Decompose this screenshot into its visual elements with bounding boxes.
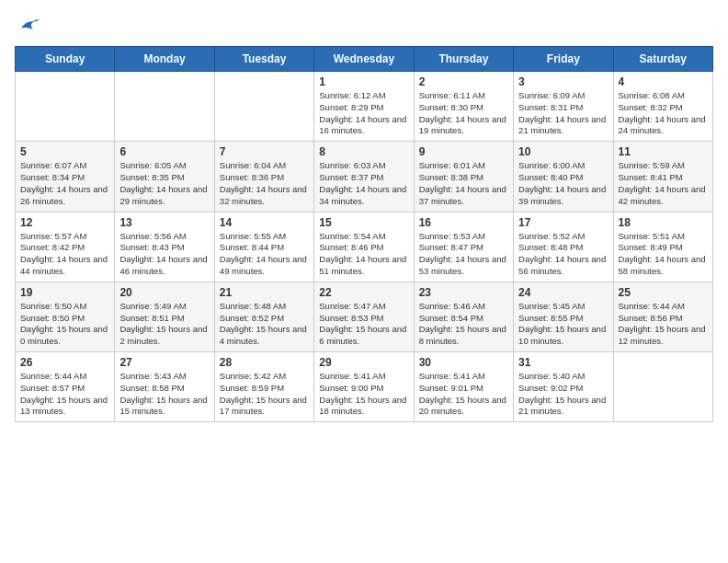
calendar-cell: 27Sunrise: 5:43 AMSunset: 8:58 PMDayligh… <box>115 352 214 422</box>
day-number: 30 <box>419 356 508 369</box>
day-number: 29 <box>319 356 408 369</box>
day-number: 11 <box>619 145 708 158</box>
calendar-cell: 21Sunrise: 5:48 AMSunset: 8:52 PMDayligh… <box>214 282 313 351</box>
day-number: 18 <box>619 216 708 229</box>
calendar-header-row: SundayMondayTuesdayWednesdayThursdayFrid… <box>16 47 713 72</box>
cell-content: Sunrise: 6:00 AMSunset: 8:40 PMDaylight:… <box>518 160 608 207</box>
day-number: 24 <box>518 286 608 299</box>
day-number: 5 <box>20 145 109 158</box>
cell-content: Sunrise: 5:45 AMSunset: 8:55 PMDaylight:… <box>518 301 608 348</box>
page-header <box>15 15 713 35</box>
calendar-cell: 5Sunrise: 6:07 AMSunset: 8:34 PMDaylight… <box>16 142 115 212</box>
calendar-cell: 29Sunrise: 5:41 AMSunset: 9:00 PMDayligh… <box>314 352 414 422</box>
calendar-cell: 25Sunrise: 5:44 AMSunset: 8:56 PMDayligh… <box>613 282 712 351</box>
cell-content: Sunrise: 5:44 AMSunset: 8:57 PMDaylight:… <box>20 371 109 418</box>
cell-content: Sunrise: 5:41 AMSunset: 9:00 PMDaylight:… <box>319 371 408 418</box>
day-number: 28 <box>220 356 309 369</box>
calendar-week-row: 26Sunrise: 5:44 AMSunset: 8:57 PMDayligh… <box>16 352 713 422</box>
day-number: 1 <box>319 75 408 88</box>
day-number: 8 <box>319 145 408 158</box>
header-friday: Friday <box>514 47 613 72</box>
day-number: 21 <box>220 286 309 299</box>
calendar-cell: 15Sunrise: 5:54 AMSunset: 8:46 PMDayligh… <box>314 212 414 282</box>
day-number: 14 <box>220 216 309 229</box>
cell-content: Sunrise: 5:40 AMSunset: 9:02 PMDaylight:… <box>518 371 608 418</box>
cell-content: Sunrise: 5:57 AMSunset: 8:42 PMDaylight:… <box>20 231 109 278</box>
calendar-table: SundayMondayTuesdayWednesdayThursdayFrid… <box>15 46 713 422</box>
cell-content: Sunrise: 6:03 AMSunset: 8:37 PMDaylight:… <box>319 160 408 207</box>
calendar-cell: 26Sunrise: 5:44 AMSunset: 8:57 PMDayligh… <box>16 352 115 422</box>
day-number: 4 <box>619 75 708 88</box>
day-number: 16 <box>419 216 508 229</box>
calendar-week-row: 12Sunrise: 5:57 AMSunset: 8:42 PMDayligh… <box>16 212 713 282</box>
calendar-week-row: 5Sunrise: 6:07 AMSunset: 8:34 PMDaylight… <box>16 142 713 212</box>
cell-content: Sunrise: 5:43 AMSunset: 8:58 PMDaylight:… <box>119 371 209 418</box>
cell-content: Sunrise: 6:12 AMSunset: 8:29 PMDaylight:… <box>319 90 408 137</box>
day-number: 13 <box>119 216 209 229</box>
cell-content: Sunrise: 5:53 AMSunset: 8:47 PMDaylight:… <box>419 231 508 278</box>
calendar-cell: 1Sunrise: 6:12 AMSunset: 8:29 PMDaylight… <box>314 72 414 142</box>
calendar-cell: 9Sunrise: 6:01 AMSunset: 8:38 PMDaylight… <box>414 142 513 212</box>
header-saturday: Saturday <box>613 47 712 72</box>
calendar-cell: 31Sunrise: 5:40 AMSunset: 9:02 PMDayligh… <box>514 352 613 422</box>
header-thursday: Thursday <box>414 47 513 72</box>
cell-content: Sunrise: 5:55 AMSunset: 8:44 PMDaylight:… <box>220 231 309 278</box>
calendar-cell: 10Sunrise: 6:00 AMSunset: 8:40 PMDayligh… <box>514 142 613 212</box>
header-monday: Monday <box>115 47 214 72</box>
calendar-week-row: 19Sunrise: 5:50 AMSunset: 8:50 PMDayligh… <box>16 282 713 351</box>
day-number: 25 <box>619 286 708 299</box>
header-wednesday: Wednesday <box>314 47 414 72</box>
calendar-cell: 23Sunrise: 5:46 AMSunset: 8:54 PMDayligh… <box>414 282 513 351</box>
cell-content: Sunrise: 5:48 AMSunset: 8:52 PMDaylight:… <box>220 301 309 348</box>
cell-content: Sunrise: 5:49 AMSunset: 8:51 PMDaylight:… <box>119 301 209 348</box>
cell-content: Sunrise: 5:50 AMSunset: 8:50 PMDaylight:… <box>20 301 109 348</box>
cell-content: Sunrise: 6:01 AMSunset: 8:38 PMDaylight:… <box>419 160 508 207</box>
cell-content: Sunrise: 6:04 AMSunset: 8:36 PMDaylight:… <box>220 160 309 207</box>
calendar-cell: 22Sunrise: 5:47 AMSunset: 8:53 PMDayligh… <box>314 282 414 351</box>
cell-content: Sunrise: 5:44 AMSunset: 8:56 PMDaylight:… <box>619 301 708 348</box>
header-sunday: Sunday <box>16 47 115 72</box>
calendar-cell: 14Sunrise: 5:55 AMSunset: 8:44 PMDayligh… <box>214 212 313 282</box>
day-number: 6 <box>119 145 209 158</box>
cell-content: Sunrise: 6:05 AMSunset: 8:35 PMDaylight:… <box>119 160 209 207</box>
cell-content: Sunrise: 5:47 AMSunset: 8:53 PMDaylight:… <box>319 301 408 348</box>
calendar-cell <box>115 72 214 142</box>
day-number: 7 <box>220 145 309 158</box>
day-number: 22 <box>319 286 408 299</box>
cell-content: Sunrise: 5:56 AMSunset: 8:43 PMDaylight:… <box>119 231 209 278</box>
day-number: 27 <box>119 356 209 369</box>
day-number: 15 <box>319 216 408 229</box>
day-number: 26 <box>20 356 109 369</box>
day-number: 23 <box>419 286 508 299</box>
calendar-cell: 24Sunrise: 5:45 AMSunset: 8:55 PMDayligh… <box>514 282 613 351</box>
calendar-cell: 13Sunrise: 5:56 AMSunset: 8:43 PMDayligh… <box>115 212 214 282</box>
calendar-cell: 19Sunrise: 5:50 AMSunset: 8:50 PMDayligh… <box>16 282 115 351</box>
calendar-cell: 20Sunrise: 5:49 AMSunset: 8:51 PMDayligh… <box>115 282 214 351</box>
day-number: 17 <box>518 216 608 229</box>
cell-content: Sunrise: 5:52 AMSunset: 8:48 PMDaylight:… <box>518 231 608 278</box>
calendar-cell: 28Sunrise: 5:42 AMSunset: 8:59 PMDayligh… <box>214 352 313 422</box>
day-number: 3 <box>518 75 608 88</box>
calendar-cell: 8Sunrise: 6:03 AMSunset: 8:37 PMDaylight… <box>314 142 414 212</box>
calendar-cell: 12Sunrise: 5:57 AMSunset: 8:42 PMDayligh… <box>16 212 115 282</box>
cell-content: Sunrise: 5:51 AMSunset: 8:49 PMDaylight:… <box>619 231 708 278</box>
calendar-cell: 30Sunrise: 5:41 AMSunset: 9:01 PMDayligh… <box>414 352 513 422</box>
calendar-cell: 2Sunrise: 6:11 AMSunset: 8:30 PMDaylight… <box>414 72 513 142</box>
cell-content: Sunrise: 5:46 AMSunset: 8:54 PMDaylight:… <box>419 301 508 348</box>
calendar-cell: 4Sunrise: 6:08 AMSunset: 8:32 PMDaylight… <box>613 72 712 142</box>
calendar-cell: 6Sunrise: 6:05 AMSunset: 8:35 PMDaylight… <box>115 142 214 212</box>
cell-content: Sunrise: 5:54 AMSunset: 8:46 PMDaylight:… <box>319 231 408 278</box>
calendar-cell: 11Sunrise: 5:59 AMSunset: 8:41 PMDayligh… <box>613 142 712 212</box>
calendar-cell <box>214 72 313 142</box>
cell-content: Sunrise: 6:07 AMSunset: 8:34 PMDaylight:… <box>20 160 109 207</box>
day-number: 10 <box>518 145 608 158</box>
cell-content: Sunrise: 5:59 AMSunset: 8:41 PMDaylight:… <box>619 160 708 207</box>
logo-bird-icon <box>15 15 40 35</box>
cell-content: Sunrise: 5:42 AMSunset: 8:59 PMDaylight:… <box>220 371 309 418</box>
calendar-week-row: 1Sunrise: 6:12 AMSunset: 8:29 PMDaylight… <box>16 72 713 142</box>
calendar-cell: 7Sunrise: 6:04 AMSunset: 8:36 PMDaylight… <box>214 142 313 212</box>
logo <box>15 15 44 35</box>
day-number: 12 <box>20 216 109 229</box>
day-number: 2 <box>419 75 508 88</box>
cell-content: Sunrise: 5:41 AMSunset: 9:01 PMDaylight:… <box>419 371 508 418</box>
